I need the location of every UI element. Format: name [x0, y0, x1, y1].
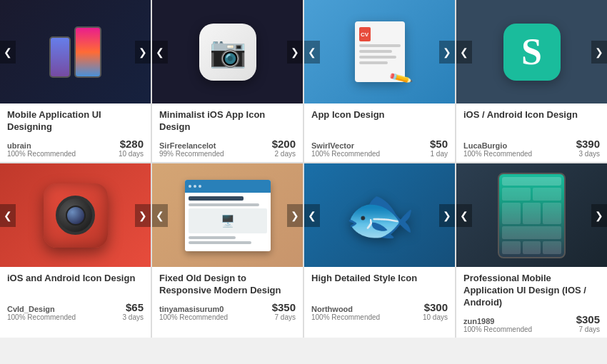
card8-seller-info: zun1989 100% Recommended: [463, 317, 532, 333]
landing-page-preview: 🖥️: [185, 180, 271, 251]
card5-info: iOS and Android Icon Design CvId_Design …: [0, 267, 151, 338]
card2-price-info: $200 2 days: [272, 138, 296, 158]
card1-image: ❮ ❯: [0, 0, 151, 103]
card5-rating: 100% Recommended: [7, 313, 76, 321]
s-letter-icon: S: [503, 24, 561, 81]
card1-meta: ubrain 100% Recommended $280 10 days: [7, 138, 144, 158]
card1-artwork: [0, 0, 151, 103]
card5-next-button[interactable]: ❯: [135, 204, 151, 227]
card-minimalist-ios: ❮ 📷 ❯ Minimalist iOS App Icon Design Sir…: [152, 0, 303, 162]
card1-next-button[interactable]: ❯: [135, 41, 151, 64]
card6-seller: tinyamasisurum0: [159, 305, 228, 313]
dash-row1: [502, 188, 561, 201]
landing-image-block: 🖥️: [189, 208, 267, 233]
card5-seller: CvId_Design: [7, 305, 76, 313]
card2-seller: SirFreelancelot: [159, 141, 224, 150]
card4-next-button[interactable]: ❯: [591, 41, 607, 64]
card8-rating: 100% Recommended: [463, 325, 532, 333]
card7-next-button[interactable]: ❯: [439, 204, 455, 227]
card8-next-button[interactable]: ❯: [591, 204, 607, 227]
dash-block7: [502, 241, 521, 254]
card2-next-button[interactable]: ❯: [287, 41, 303, 64]
landing-sub3: [189, 241, 251, 244]
card3-next-button[interactable]: ❯: [439, 41, 455, 64]
card4-prev-button[interactable]: ❮: [456, 41, 472, 64]
card2-days: 2 days: [272, 150, 296, 158]
card6-next-button[interactable]: ❯: [287, 204, 303, 227]
card4-image: ❮ S ❯: [456, 0, 607, 103]
card7-info: High Detailed Style Icon Northwood 100% …: [304, 267, 455, 338]
card2-title: Minimalist iOS App Icon Design: [159, 109, 296, 133]
card8-meta: zun1989 100% Recommended $305 7 days: [463, 313, 600, 333]
card7-rating: 100% Recommended: [311, 313, 380, 321]
card5-seller-info: CvId_Design 100% Recommended: [7, 305, 76, 321]
lens-inner: [66, 206, 86, 226]
card3-artwork: CV ✏️: [304, 0, 455, 103]
cv-header: CV: [359, 27, 401, 41]
card7-days: 10 days: [423, 313, 448, 321]
card8-info: Professional Mobile Application UI Desig…: [456, 267, 607, 338]
card5-meta: CvId_Design 100% Recommended $65 3 days: [7, 301, 144, 321]
dash-block2: [533, 188, 561, 201]
card4-artwork: S: [456, 0, 607, 103]
card7-price-info: $300 10 days: [423, 301, 448, 321]
dash-row4: [502, 241, 561, 254]
card3-price-info: $50 1 day: [430, 138, 448, 158]
dot2: [194, 185, 196, 188]
dash-block3: [502, 203, 521, 224]
cv-icon: CV ✏️: [355, 21, 405, 82]
card7-title: High Detailed Style Icon: [311, 273, 448, 297]
card-ios-android-icon: ❮ S ❯ iOS / Android Icon Design LucaBurg…: [456, 0, 607, 162]
card5-artwork: [0, 163, 151, 267]
landing-sub1: [189, 203, 259, 206]
card6-days: 7 days: [272, 313, 296, 321]
card1-price: $280: [119, 138, 144, 150]
dash-block6: [502, 226, 561, 239]
card1-seller: ubrain: [7, 141, 76, 150]
card7-meta: Northwood 100% Recommended $300 10 days: [311, 301, 448, 321]
landing-title: [189, 196, 244, 201]
card1-price-info: $280 10 days: [119, 138, 144, 158]
card7-image: ❮ 🐟 ❯: [304, 163, 455, 267]
card4-days: 3 days: [576, 150, 600, 158]
card2-prev-button[interactable]: ❮: [152, 41, 168, 64]
card3-info: App Icon Design SwirlVector 100% Recomme…: [304, 103, 455, 162]
card5-days: 3 days: [123, 313, 144, 321]
card6-prev-button[interactable]: ❮: [152, 204, 168, 227]
card8-image: ❮: [456, 163, 607, 267]
card1-title: Mobile Application UI Designing: [7, 109, 144, 133]
card5-prev-button[interactable]: ❮: [0, 204, 16, 227]
dash-header-bar: [502, 177, 561, 186]
card4-price: $390: [576, 138, 600, 150]
card4-seller: LucaBurgio: [463, 141, 532, 150]
cv-line2: [359, 50, 392, 53]
card6-artwork: 🖥️: [152, 163, 303, 267]
card3-price: $50: [430, 138, 448, 150]
card8-days: 7 days: [576, 325, 600, 333]
card6-meta: tinyamasisurum0 100% Recommended $350 7 …: [159, 301, 296, 321]
card3-seller: SwirlVector: [311, 141, 380, 150]
card2-meta: SirFreelancelot 99% Recommended $200 2 d…: [159, 138, 296, 158]
card2-artwork: 📷: [152, 0, 303, 103]
card6-info: Fixed Old Design to Responsive Modern De…: [152, 267, 303, 338]
card3-prev-button[interactable]: ❮: [304, 41, 320, 64]
card8-prev-button[interactable]: ❮: [456, 204, 472, 227]
card-professional-mobile-ui: ❮: [456, 163, 607, 338]
card3-title: App Icon Design: [311, 109, 448, 133]
card1-prev-button[interactable]: ❮: [0, 41, 16, 64]
card3-days: 1 day: [430, 150, 448, 158]
card6-price: $350: [272, 301, 296, 313]
card7-prev-button[interactable]: ❮: [304, 204, 320, 227]
cv-label: CV: [359, 27, 371, 41]
cv-line1: [359, 44, 401, 47]
camera-icon-wrap: 📷: [199, 24, 256, 81]
card4-price-info: $390 3 days: [576, 138, 600, 158]
dot3: [199, 185, 201, 188]
card8-artwork: [456, 163, 607, 267]
card3-rating: 100% Recommended: [311, 150, 380, 158]
red-camera-icon: [44, 183, 108, 248]
landing-sub2: [189, 236, 236, 239]
product-grid: ❮ ❯ Mobile Application UI Designing ubra…: [0, 0, 607, 338]
card1-seller-info: ubrain 100% Recommended: [7, 141, 76, 158]
camera-lens: [56, 196, 95, 235]
